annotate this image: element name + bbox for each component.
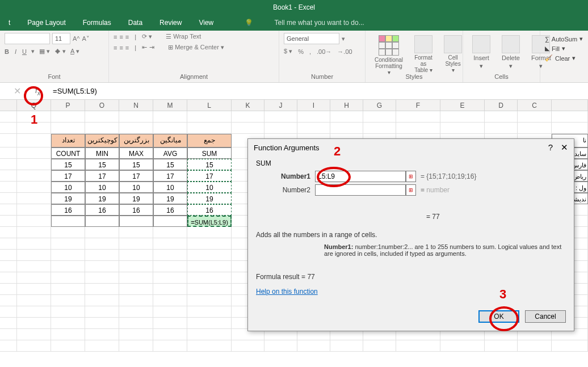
format-as-table-button[interactable]: Format asTable ▾ [410, 33, 437, 75]
table-cell[interactable]: 19 [153, 193, 187, 204]
number1-input[interactable] [315, 171, 406, 182]
table-cell[interactable]: 19 [119, 193, 153, 204]
table-cell[interactable]: 16 [85, 204, 119, 216]
table-cell[interactable]: 19 [51, 193, 85, 204]
cell-styles-button[interactable]: CellStyles ▾ [439, 33, 467, 75]
col-h[interactable]: H [330, 100, 363, 111]
table-cell[interactable] [119, 216, 153, 227]
align-left-icon[interactable]: ≡ [114, 44, 117, 51]
dialog-titlebar[interactable]: Function Arguments ? ✕ [248, 139, 574, 156]
table-cell[interactable]: 10 [153, 182, 187, 193]
delete-button[interactable]: Delete▾ [497, 33, 524, 72]
formula-input[interactable] [49, 86, 588, 96]
close-icon[interactable]: ✕ [561, 142, 568, 153]
table-cell[interactable]: 17 [153, 170, 187, 182]
table-cell[interactable] [85, 216, 119, 227]
align-right-icon[interactable]: ≡ [125, 44, 129, 51]
active-cell-sum[interactable]: =SUM(L5:L9) [187, 216, 232, 227]
inc-decimal-icon[interactable]: .00→ [317, 48, 331, 55]
clear-button[interactable]: 🧹 Clear ▾ [545, 53, 583, 63]
col-m[interactable]: M [153, 100, 187, 111]
autosum-button[interactable]: ∑ AutoSum ▾ [545, 34, 583, 44]
bold-button[interactable]: B [5, 48, 9, 55]
col-f[interactable]: F [396, 100, 440, 111]
table-cell[interactable]: 15 [85, 159, 119, 170]
number2-input[interactable] [315, 184, 406, 196]
table-cell[interactable]: 16 [51, 204, 85, 216]
col-g[interactable]: G [363, 100, 396, 111]
table-cell[interactable] [153, 216, 187, 227]
fill-button[interactable]: ◣ Fill ▾ [545, 44, 583, 53]
col-o[interactable]: O [85, 100, 119, 111]
help-icon[interactable]: ? [548, 142, 553, 153]
range-picker-icon[interactable]: ⊞ [406, 184, 416, 196]
table-cell[interactable] [51, 216, 85, 227]
italic-button[interactable]: I [15, 48, 16, 55]
conditional-formatting-button[interactable]: ConditionalFormatting ▾ [370, 33, 408, 78]
col-k[interactable]: K [232, 100, 264, 111]
help-link[interactable]: Help on this function [256, 288, 318, 296]
tab-partial[interactable]: t [0, 15, 19, 31]
increase-font-icon[interactable]: A^ [73, 35, 80, 42]
table-cell[interactable]: 10 [119, 182, 153, 193]
font-size-combo[interactable] [52, 33, 70, 44]
wrap-text-button[interactable]: ☰ Wrap Text [166, 33, 201, 40]
orientation-icon[interactable]: ⟳ ▾ [142, 33, 152, 40]
number-format-combo[interactable] [284, 33, 339, 44]
col-q[interactable]: Q [17, 100, 51, 111]
align-mid-icon[interactable]: ≡ [119, 33, 123, 40]
dec-decimal-icon[interactable]: →.00 [337, 48, 352, 55]
table-cell[interactable]: 17 [187, 170, 232, 182]
col-c[interactable]: C [518, 100, 552, 111]
table-cell[interactable]: 19 [187, 193, 232, 204]
table-cell[interactable]: 15 [119, 159, 153, 170]
col-e[interactable]: E [440, 100, 485, 111]
table-cell[interactable]: 16 [119, 204, 153, 216]
cancel-formula-icon[interactable]: ✕ [14, 86, 21, 96]
col-l[interactable]: L [187, 100, 232, 111]
table-cell[interactable]: 10 [85, 182, 119, 193]
indent-dec-icon[interactable]: ⇤ [142, 44, 147, 51]
table-cell[interactable]: 19 [85, 193, 119, 204]
table-cell[interactable]: 17 [51, 170, 85, 182]
border-icon[interactable]: ▦ ▾ [39, 48, 50, 55]
accounting-icon[interactable]: $ ▾ [284, 48, 292, 55]
col-i[interactable]: I [297, 100, 330, 111]
tell-me-box[interactable]: 💡 Tell me what you want to do... [228, 15, 381, 31]
fill-color-icon[interactable]: 🟆 ▾ [54, 48, 66, 55]
table-cell[interactable]: 15 [51, 159, 85, 170]
tab-formulas[interactable]: Formulas [74, 15, 120, 31]
range-picker-icon[interactable]: ⊞ [406, 171, 416, 182]
enter-formula-icon[interactable]: ✓ [23, 86, 31, 96]
col-j[interactable]: J [264, 100, 297, 111]
table-cell[interactable]: 16 [153, 204, 187, 216]
table-cell[interactable]: 10 [187, 182, 232, 193]
tab-data[interactable]: Data [120, 15, 151, 31]
align-bot-icon[interactable]: ≡ [125, 33, 129, 40]
underline-button[interactable]: U [22, 48, 27, 55]
table-cell[interactable]: 10 [51, 182, 85, 193]
table-cell[interactable]: 17 [119, 170, 153, 182]
table-cell[interactable]: 17 [85, 170, 119, 182]
align-center-icon[interactable]: ≡ [119, 44, 123, 51]
font-name-combo[interactable] [5, 33, 50, 44]
insert-button[interactable]: Insert▾ [468, 33, 495, 72]
table-cell[interactable]: 15 [153, 159, 187, 170]
indent-inc-icon[interactable]: ⇥ [149, 44, 154, 51]
col-p[interactable]: P [51, 100, 85, 111]
decrease-font-icon[interactable]: A˅ [82, 35, 90, 43]
tab-review[interactable]: Review [151, 15, 190, 31]
tab-page-layout[interactable]: Page Layout [19, 15, 74, 31]
comma-icon[interactable]: , [309, 48, 311, 55]
align-top-icon[interactable]: ≡ [114, 33, 117, 40]
tab-view[interactable]: View [190, 15, 222, 31]
fx-button[interactable]: fx [33, 86, 43, 96]
ok-button[interactable]: OK [478, 310, 519, 323]
col-n[interactable]: N [119, 100, 153, 111]
merge-center-button[interactable]: ⊞ Merge & Center ▾ [168, 44, 224, 51]
percent-icon[interactable]: % [298, 48, 304, 55]
cancel-button[interactable]: Cancel [525, 310, 566, 323]
table-cell[interactable]: 15 [187, 159, 232, 170]
col-d[interactable]: D [485, 100, 518, 111]
font-color-icon[interactable]: A ▾ [70, 48, 79, 55]
